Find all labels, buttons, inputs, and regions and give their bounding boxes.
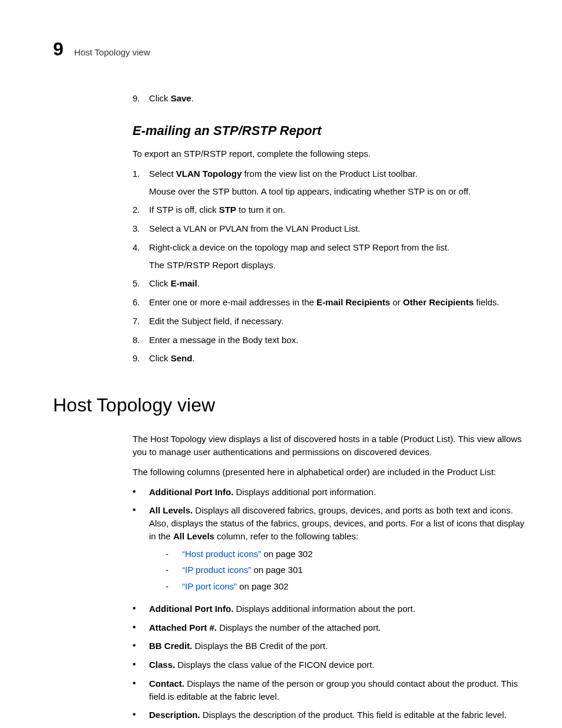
bullet-body: Attached Port #. Displays the number of …	[149, 621, 527, 634]
list-item: •BB Credit. Displays the BB Credit of th…	[133, 640, 527, 653]
section-heading-main: Host Topology view	[53, 391, 527, 419]
bullet-icon: •	[133, 504, 149, 597]
bullet-icon: •	[133, 677, 149, 703]
step-number: 6.	[133, 296, 149, 309]
bullet-body: BB Credit. Displays the BB Credit of the…	[149, 640, 527, 653]
column-desc: Displays additional information about th…	[233, 604, 415, 614]
list-item: 5.Click E-mail.	[133, 277, 527, 290]
step-number: 4.	[133, 241, 149, 272]
step-body: If STP is off, click STP to turn it on.	[149, 203, 527, 216]
main-para1: The Host Topology view displays a list o…	[133, 433, 527, 459]
continued-steps: 9.Click Save.	[133, 92, 527, 105]
dash-icon: -	[166, 580, 182, 593]
page: 9 Host Topology view 9.Click Save. E-mai…	[0, 0, 562, 728]
bullet-icon: •	[133, 602, 149, 615]
email-steps: 1.Select VLAN Topology from the view lis…	[133, 167, 527, 365]
list-item: 4.Right-click a device on the topology m…	[133, 241, 527, 272]
step-number: 7.	[133, 315, 149, 328]
sub-list: -“Host product icons” on page 302-“IP pr…	[166, 548, 527, 593]
list-item: 2.If STP is off, click STP to turn it on…	[133, 203, 527, 216]
step-body: Select VLAN Topology from the view list …	[149, 167, 527, 198]
step-number: 8.	[133, 334, 149, 347]
column-list: •Additional Port Info. Displays addition…	[133, 486, 527, 728]
step-body: Select a VLAN or PVLAN from the VLAN Pro…	[149, 222, 527, 235]
list-item: •Contact. Displays the name of the perso…	[133, 677, 527, 703]
list-item: •Additional Port Info. Displays addition…	[133, 486, 527, 499]
step-number: 5.	[133, 277, 149, 290]
step-body: Click E-mail.	[149, 277, 527, 290]
list-item: •All Levels. Displays all discovered fab…	[133, 504, 527, 597]
step-body: Edit the Subject field, if necessary.	[149, 315, 527, 328]
bullet-body: Contact. Displays the name of the person…	[149, 677, 527, 703]
main-content: The Host Topology view displays a list o…	[133, 433, 527, 728]
list-item: •Additional Port Info. Displays addition…	[133, 602, 527, 615]
column-desc: Displays the description of the product.…	[200, 710, 507, 720]
bullet-icon: •	[133, 658, 149, 671]
list-item: 8.Enter a message in the Body text box.	[133, 334, 527, 347]
running-head: 9 Host Topology view	[53, 35, 527, 62]
list-item: 1.Select VLAN Topology from the view lis…	[133, 167, 527, 198]
list-item: •Class. Displays the class value of the …	[133, 658, 527, 671]
bullet-icon: •	[133, 486, 149, 499]
list-item: •Attached Port #. Displays the number of…	[133, 621, 527, 634]
sub-list-item: -“IP product icons” on page 301	[166, 564, 527, 577]
step-substep: Mouse over the STP button. A tool tip ap…	[149, 185, 527, 198]
bullet-icon: •	[133, 640, 149, 653]
step-body: Right-click a device on the topology map…	[149, 241, 527, 272]
column-desc: Displays the name of the person or group…	[149, 678, 518, 701]
step-number: 3.	[133, 222, 149, 235]
list-item: 3.Select a VLAN or PVLAN from the VLAN P…	[133, 222, 527, 235]
main-para2: The following columns (presented here in…	[133, 466, 527, 479]
column-desc: Displays the class value of the FICON de…	[175, 660, 374, 670]
step-number: 1.	[133, 167, 149, 198]
sub-list-item: -“Host product icons” on page 302	[166, 548, 527, 561]
column-term: BB Credit.	[149, 641, 192, 651]
list-item: 9.Click Save.	[133, 92, 527, 105]
bullet-body: Class. Displays the class value of the F…	[149, 658, 527, 671]
step-substep: The STP/RSTP Report displays.	[149, 259, 527, 272]
bullet-icon: •	[133, 709, 149, 722]
step-body: Click Save.	[149, 92, 527, 105]
bullet-body: Description. Displays the description of…	[149, 709, 527, 722]
content: 9.Click Save. E-mailing an STP/RSTP Repo…	[133, 92, 527, 365]
xref-link[interactable]: “IP product icons”	[182, 565, 251, 575]
column-term: Attached Port #.	[149, 622, 217, 633]
step-number: 9.	[133, 92, 149, 105]
step-number: 9.	[133, 352, 149, 365]
column-term: Contact.	[149, 678, 184, 689]
section-heading-email: E-mailing an STP/RSTP Report	[133, 121, 527, 140]
column-term: Class.	[149, 660, 175, 670]
column-term: Additional Port Info.	[149, 487, 233, 497]
column-desc: Displays additional port information.	[233, 487, 376, 497]
column-desc: Displays the number of the attached port…	[217, 622, 381, 633]
section-intro: To export an STP/RSTP report, complete t…	[133, 147, 527, 160]
column-term: Description.	[149, 710, 200, 720]
list-item: •Description. Displays the description o…	[133, 709, 527, 722]
xref-link[interactable]: “Host product icons”	[182, 549, 261, 559]
bullet-body: Additional Port Info. Displays additiona…	[149, 486, 527, 499]
column-term: Additional Port Info.	[149, 604, 233, 614]
step-body: Enter one or more e-mail addresses in th…	[149, 296, 527, 309]
chapter-number: 9	[53, 35, 64, 62]
bullet-body: Additional Port Info. Displays additiona…	[149, 602, 527, 615]
bullet-body: All Levels. Displays all discovered fabr…	[149, 504, 527, 597]
list-item: 7.Edit the Subject field, if necessary.	[133, 315, 527, 328]
dash-icon: -	[166, 564, 182, 577]
sub-list-item: -“IP port icons” on page 302	[166, 580, 527, 593]
list-item: 6.Enter one or more e-mail addresses in …	[133, 296, 527, 309]
step-body: Enter a message in the Body text box.	[149, 334, 527, 347]
step-number: 2.	[133, 203, 149, 216]
column-desc: Displays the BB Credit of the port.	[192, 641, 328, 651]
column-term: All Levels.	[149, 505, 193, 515]
running-title: Host Topology view	[74, 46, 150, 59]
bullet-icon: •	[133, 621, 149, 634]
list-item: 9.Click Send.	[133, 352, 527, 365]
step-body: Click Send.	[149, 352, 527, 365]
xref-link[interactable]: “IP port icons”	[182, 581, 237, 591]
dash-icon: -	[166, 548, 182, 561]
